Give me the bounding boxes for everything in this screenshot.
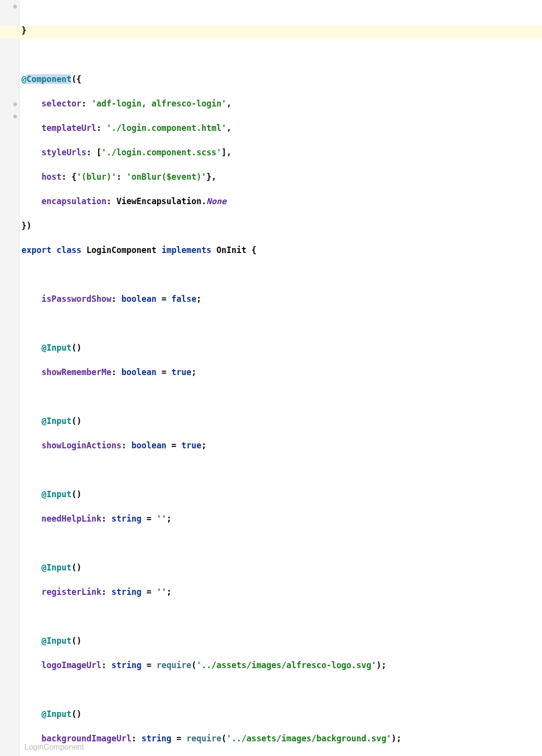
code-text: } [21, 25, 26, 35]
prop-templateurl: templateUrl [42, 123, 97, 133]
fold-icon[interactable]: ⊖ [12, 102, 18, 107]
type-boolean: boolean [131, 441, 167, 450]
code-text: () [71, 416, 81, 426]
editor-gutter: ⊖ ⊖ ⊖ ⊖ [0, 0, 20, 756]
fold-icon[interactable]: ⊖ [12, 114, 18, 120]
type-boolean: boolean [122, 367, 157, 377]
string-literal: './login.component.html' [106, 123, 227, 133]
code-text: () [71, 636, 81, 646]
decorator-input: Input [46, 489, 71, 499]
prop-selector: selector [42, 99, 82, 108]
string-literal: '' [156, 514, 166, 524]
fold-icon[interactable]: ⊖ [12, 4, 18, 10]
prop-backgroundimageurl: backgroundImageUrl [42, 734, 131, 743]
type-string: string [111, 514, 141, 524]
code-text: () [71, 563, 81, 572]
prop-ispasswordshow: isPasswordShow [42, 294, 111, 304]
code-text: () [71, 709, 81, 719]
code-text: }) [21, 221, 31, 231]
code-text: () [71, 489, 81, 499]
fn-require: require [156, 660, 191, 670]
string-literal: '(blur)' [77, 172, 117, 182]
prop-encapsulation: encapsulation [42, 196, 106, 206]
type-string: string [142, 734, 171, 743]
type-string: string [111, 587, 141, 597]
string-literal: '../assets/images/alfresco-logo.svg' [196, 660, 376, 670]
prop-registerlink: registerLink [42, 587, 102, 597]
string-literal: '' [156, 587, 166, 597]
decorator-input: Input [46, 343, 71, 353]
decorator-at: @ [42, 343, 46, 353]
type-ref: ViewEncapsulation [117, 196, 202, 206]
code-text: { [251, 245, 256, 255]
decorator-input: Input [46, 709, 71, 719]
literal-true: true [171, 367, 191, 377]
code-editor[interactable]: } @Component({ selector: 'adf-login, alf… [21, 0, 542, 756]
keyword-implements: implements [162, 245, 211, 255]
decorator-input: Input [46, 416, 71, 426]
decorator-at: @ [42, 709, 46, 719]
enum-value: None [207, 196, 227, 206]
keyword-class: class [57, 245, 82, 255]
prop-styleurls: styleUrls [42, 147, 86, 157]
fn-require: require [187, 734, 222, 743]
decorator-at: @ [21, 74, 26, 84]
decorator-at: @ [42, 563, 46, 572]
string-literal: 'onBlur($event)' [126, 172, 207, 182]
prop-showloginactions: showLoginActions [42, 441, 122, 450]
keyword-export: export [21, 245, 51, 255]
type-string: string [111, 660, 141, 670]
decorator-at: @ [42, 416, 46, 426]
literal-false: false [171, 294, 196, 304]
prop-showrememberme: showRememberMe [42, 367, 111, 377]
decorator-at: @ [42, 489, 46, 499]
prop-logoimageurl: logoImageUrl [42, 660, 102, 670]
code-text: () [71, 343, 81, 353]
string-literal: './login.component.scss' [102, 147, 222, 157]
decorator-input: Input [46, 563, 71, 572]
decorator-component: Component [26, 74, 71, 84]
class-name: LoginComponent [86, 245, 156, 255]
decorator-input: Input [46, 636, 71, 646]
code-text: ({ [71, 74, 81, 84]
interface-name: OnInit [216, 245, 246, 255]
type-boolean: boolean [122, 294, 157, 304]
string-literal: 'adf-login, alfresco-login' [91, 99, 226, 108]
prop-needhelplink: needHelpLink [42, 514, 102, 524]
literal-true: true [182, 441, 202, 450]
string-literal: '../assets/images/background.svg' [227, 734, 392, 743]
decorator-at: @ [42, 636, 46, 646]
prop-host: host [42, 172, 62, 182]
